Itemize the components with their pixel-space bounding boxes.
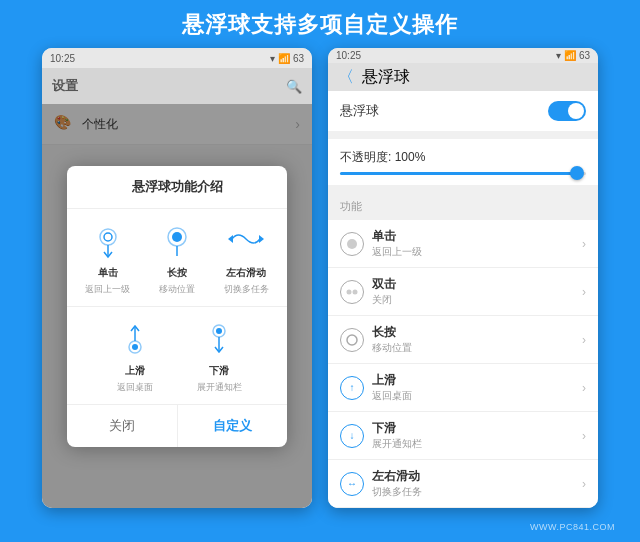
modal-overlay: 悬浮球功能介绍 单击 返: [42, 104, 312, 508]
right-status-bar: 10:25 ▾ 📶 63: [328, 48, 598, 63]
func-section-header: 功能: [328, 193, 598, 220]
func-swipe-up[interactable]: ↑ 上滑 返回桌面 ›: [328, 364, 598, 412]
left-nav-title: 设置: [52, 77, 78, 95]
left-nav-bar: 设置 🔍: [42, 68, 312, 104]
gesture-swipe-up: 上滑 返回桌面: [97, 317, 173, 394]
left-status-bar: 10:25 ▾ 📶 63: [42, 48, 312, 68]
swipe-up-func-desc: 返回桌面: [372, 389, 412, 403]
swipe-down-icon: [197, 317, 241, 361]
svg-point-0: [100, 229, 116, 245]
swipe-up-chevron: ›: [582, 381, 586, 395]
search-icon[interactable]: 🔍: [286, 79, 302, 94]
right-status-icons: ▾ 📶 63: [556, 50, 590, 61]
customize-button[interactable]: 自定义: [178, 405, 288, 447]
swipe-up-icon: [113, 317, 157, 361]
svg-point-7: [132, 344, 138, 350]
long-press-label: 长按: [167, 266, 187, 280]
swipe-lr-func-desc: 切换多任务: [372, 485, 422, 499]
left-status-icons: ▾ 📶 63: [270, 53, 304, 64]
svg-point-13: [347, 289, 352, 294]
svg-point-1: [104, 233, 112, 241]
right-phone: 10:25 ▾ 📶 63 〈 悬浮球 悬浮球 不透明度: 100% 功能: [328, 48, 598, 508]
swipe-lr-chevron: ›: [582, 477, 586, 491]
right-signal-icon: 📶: [564, 50, 576, 61]
swipe-up-func-name: 上滑: [372, 372, 412, 389]
single-tap-func-name: 单击: [372, 228, 422, 245]
single-tap-func-desc: 返回上一级: [372, 245, 422, 259]
long-press-func-icon: [340, 328, 364, 352]
swipe-up-label: 上滑: [125, 364, 145, 378]
right-nav-title: 悬浮球: [362, 67, 410, 88]
gesture-swipe-lr: 左右滑动 切换多任务: [216, 219, 277, 296]
slider-row: 不透明度: 100%: [328, 139, 598, 185]
svg-point-15: [347, 335, 357, 345]
svg-point-12: [347, 239, 357, 249]
single-tap-icon: [86, 219, 130, 263]
swipe-lr-icon: [224, 219, 268, 263]
close-button[interactable]: 关闭: [67, 405, 177, 447]
wifi-icon: ▾: [270, 53, 275, 64]
single-tap-desc: 返回上一级: [85, 283, 130, 296]
floating-ball-modal: 悬浮球功能介绍 单击 返: [67, 166, 287, 447]
swipe-up-desc: 返回桌面: [117, 381, 153, 394]
func-swipe-lr[interactable]: ↔ 左右滑动 切换多任务 ›: [328, 460, 598, 508]
swipe-lr-func-icon: ↔: [340, 472, 364, 496]
swipe-down-desc: 展开通知栏: [197, 381, 242, 394]
swipe-lr-label: 左右滑动: [226, 266, 266, 280]
func-long-press[interactable]: 长按 移动位置 ›: [328, 316, 598, 364]
signal-icon: 📶: [278, 53, 290, 64]
double-tap-func-icon: [340, 280, 364, 304]
single-tap-label: 单击: [98, 266, 118, 280]
left-phone: 10:25 ▾ 📶 63 设置 🔍 🎨 个性化 ›: [42, 48, 312, 508]
long-press-desc: 移动位置: [159, 283, 195, 296]
back-button[interactable]: 〈: [338, 67, 354, 88]
page-title: 悬浮球支持多项自定义操作: [0, 0, 640, 48]
gesture-grid-row1: 单击 返回上一级 长按 移动位置: [67, 209, 287, 306]
modal-title: 悬浮球功能介绍: [67, 166, 287, 209]
opacity-label: 不透明度: 100%: [340, 149, 586, 166]
double-tap-func-name: 双击: [372, 276, 396, 293]
toggle-switch[interactable]: [548, 101, 586, 121]
gesture-single-tap: 单击 返回上一级: [77, 219, 138, 296]
swipe-up-func-icon: ↑: [340, 376, 364, 400]
func-single-tap[interactable]: 单击 返回上一级 ›: [328, 220, 598, 268]
svg-point-10: [216, 328, 222, 334]
swipe-down-func-desc: 展开通知栏: [372, 437, 422, 451]
svg-point-14: [353, 289, 358, 294]
gesture-grid-row2: 上滑 返回桌面 下滑: [67, 306, 287, 404]
swipe-down-func-icon: ↓: [340, 424, 364, 448]
opacity-slider[interactable]: [340, 172, 586, 175]
left-time: 10:25: [50, 53, 75, 64]
gesture-swipe-down: 下滑 展开通知栏: [181, 317, 257, 394]
swipe-lr-func-name: 左右滑动: [372, 468, 422, 485]
swipe-down-func-name: 下滑: [372, 420, 422, 437]
svg-point-4: [172, 232, 182, 242]
slider-thumb[interactable]: [570, 166, 584, 180]
long-press-icon: [155, 219, 199, 263]
battery-icon: 63: [293, 53, 304, 64]
right-battery-icon: 63: [579, 50, 590, 61]
gesture-long-press: 长按 移动位置: [146, 219, 207, 296]
swipe-lr-desc: 切换多任务: [224, 283, 269, 296]
right-time: 10:25: [336, 50, 361, 61]
modal-buttons: 关闭 自定义: [67, 404, 287, 447]
watermark: WWW.PC841.COM: [530, 522, 615, 532]
double-tap-func-desc: 关闭: [372, 293, 396, 307]
slider-fill: [340, 172, 574, 175]
swipe-down-label: 下滑: [209, 364, 229, 378]
single-tap-chevron: ›: [582, 237, 586, 251]
double-tap-chevron: ›: [582, 285, 586, 299]
toggle-row[interactable]: 悬浮球: [328, 91, 598, 131]
phones-container: 10:25 ▾ 📶 63 设置 🔍 🎨 个性化 ›: [0, 48, 640, 508]
func-swipe-down[interactable]: ↓ 下滑 展开通知栏 ›: [328, 412, 598, 460]
func-double-tap[interactable]: 双击 关闭 ›: [328, 268, 598, 316]
long-press-func-name: 长按: [372, 324, 412, 341]
long-press-func-desc: 移动位置: [372, 341, 412, 355]
single-tap-func-icon: [340, 232, 364, 256]
right-wifi-icon: ▾: [556, 50, 561, 61]
toggle-label: 悬浮球: [340, 102, 379, 120]
swipe-down-chevron: ›: [582, 429, 586, 443]
long-press-chevron: ›: [582, 333, 586, 347]
right-nav-bar: 〈 悬浮球: [328, 63, 598, 91]
